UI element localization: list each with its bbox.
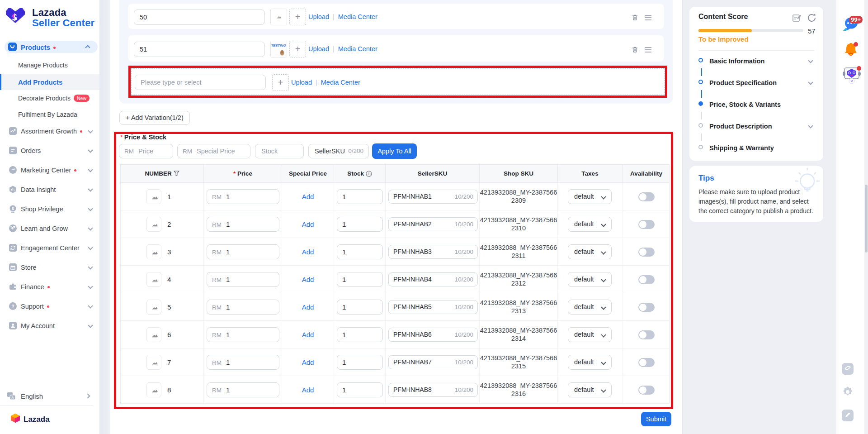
svg-text:99+: 99+ bbox=[851, 16, 861, 23]
svg-text:A: A bbox=[12, 396, 14, 399]
svg-text:$: $ bbox=[12, 206, 14, 211]
svg-text:?: ? bbox=[11, 304, 14, 309]
svg-text:TESTING: TESTING bbox=[271, 43, 286, 48]
